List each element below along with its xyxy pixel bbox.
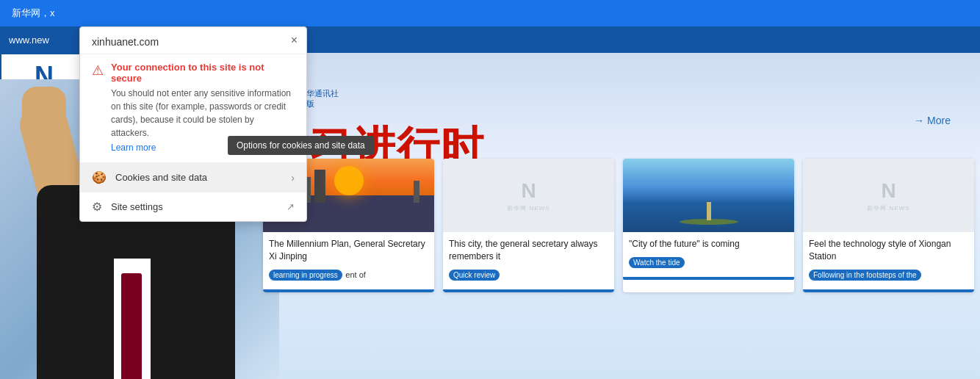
sun bbox=[334, 166, 364, 195]
news-card-3[interactable]: "City of the future" is coming Watch the… bbox=[623, 159, 794, 292]
popup-url: xinhuanet.com bbox=[92, 36, 295, 48]
settings-item-left: ⚙ Site settings bbox=[92, 200, 163, 214]
more-arrow: → bbox=[914, 115, 924, 126]
xh-logo-4: N 新华网 NEWS bbox=[867, 179, 909, 212]
cookie-tooltip-text: Options for cookies and site data bbox=[237, 140, 365, 151]
card-4-bar bbox=[803, 289, 974, 292]
news-card-4[interactable]: N 新华网 NEWS Feel the technology style of … bbox=[803, 159, 974, 292]
cookies-arrow-icon: › bbox=[291, 172, 295, 184]
more-label: More bbox=[927, 115, 951, 126]
cookies-label: Cookies and site data bbox=[115, 172, 207, 183]
card-3-title: "City of the future" is coming bbox=[629, 238, 788, 250]
more-button[interactable]: → More bbox=[914, 115, 951, 126]
card-4-title: Feel the technology style of Xiongan Sta… bbox=[809, 238, 968, 263]
card-2-title: This city, the general secretary always … bbox=[449, 238, 608, 263]
card-3-body: "City of the future" is coming Watch the… bbox=[623, 232, 794, 274]
card-4-image: N 新华网 NEWS bbox=[803, 159, 974, 232]
settings-icon: ⚙ bbox=[92, 200, 102, 214]
popup-close-button[interactable]: × bbox=[291, 35, 298, 46]
cookies-menu-item[interactable]: 🍪 Cookies and site data › bbox=[80, 163, 306, 192]
tab-label: 新华网，x bbox=[12, 7, 55, 20]
card-4-body: Feel the technology style of Xiongan Sta… bbox=[803, 232, 974, 286]
warning-icon: ⚠ bbox=[92, 62, 104, 79]
security-title: Your connection to this site is not secu… bbox=[111, 62, 295, 84]
security-popup: xinhuanet.com × ⚠ Your connection to thi… bbox=[79, 26, 307, 222]
news-cards-row: The Millennium Plan, General Secretary X… bbox=[257, 159, 980, 292]
browser-tab-bar: 新华网，x bbox=[0, 0, 980, 26]
card-2-tag: Quick review bbox=[449, 270, 500, 281]
lighthouse bbox=[707, 202, 711, 220]
tie bbox=[121, 273, 142, 379]
card-3-bar bbox=[623, 277, 794, 280]
site-settings-menu-item[interactable]: ⚙ Site settings ↗ bbox=[80, 192, 306, 221]
card-3-image bbox=[623, 159, 794, 232]
cookie-tooltip: Options for cookies and site data bbox=[228, 136, 374, 155]
site-settings-label: Site settings bbox=[111, 201, 163, 212]
card-2-image: N 新华网 NEWS bbox=[443, 159, 614, 232]
learn-more-link[interactable]: Learn more bbox=[111, 142, 156, 153]
card-1-body: The Millennium Plan, General Secretary X… bbox=[263, 232, 434, 286]
card-2-body: This city, the general secretary always … bbox=[443, 232, 614, 286]
cookies-item-left: 🍪 Cookies and site data bbox=[92, 170, 207, 184]
card-2-bar bbox=[443, 289, 614, 292]
xh-logo-2: N 新华网 NEWS bbox=[507, 179, 550, 212]
popup-header: xinhuanet.com × bbox=[80, 27, 306, 54]
external-link-icon: ↗ bbox=[287, 201, 295, 212]
card-4-tag: Following in the footsteps of the bbox=[809, 270, 921, 281]
card-3-tag: Watch the tide bbox=[629, 257, 685, 268]
card-1-tag: learning in progress bbox=[269, 270, 342, 281]
hand bbox=[22, 87, 66, 138]
cookie-icon: 🍪 bbox=[92, 170, 107, 184]
security-desc: You should not enter any sensitive infor… bbox=[111, 87, 295, 140]
news-card-2[interactable]: N 新华网 NEWS This city, the general secret… bbox=[443, 159, 614, 292]
card-1-title: The Millennium Plan, General Secretary X… bbox=[269, 238, 428, 263]
card-1-bar bbox=[263, 289, 434, 292]
site-header-text: www.new bbox=[9, 35, 49, 46]
